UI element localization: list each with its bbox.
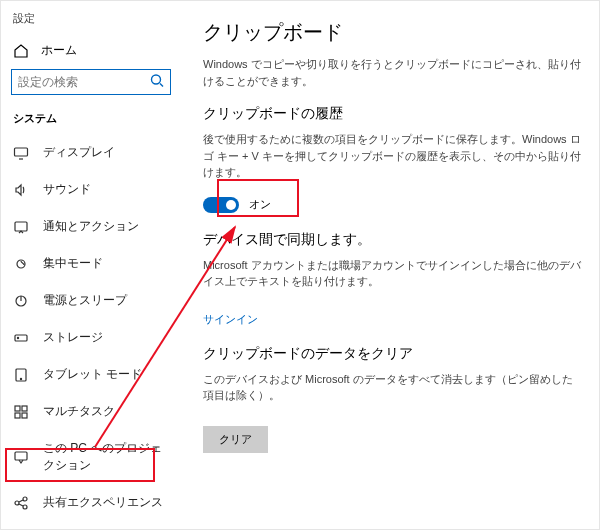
nav-home-label: ホーム [41,42,77,59]
share-icon [13,495,29,511]
history-title: クリップボードの履歴 [203,105,581,123]
notification-icon [13,219,29,235]
svg-rect-1 [15,148,28,156]
svg-rect-13 [15,452,27,460]
svg-rect-10 [22,406,27,411]
nav-home[interactable]: ホーム [1,36,181,65]
sidebar-item-label: 通知とアクション [43,218,139,235]
sidebar-item-label: 電源とスリープ [43,292,127,309]
page-title: クリップボード [203,19,581,46]
history-toggle[interactable] [203,197,239,213]
clear-title: クリップボードのデータをクリア [203,345,581,363]
sidebar-item-label: 共有エクスペリエンス [43,494,163,511]
sync-title: デバイス間で同期します。 [203,231,581,249]
sidebar-item-label: この PC へのプロジェクション [43,440,169,474]
sidebar-item-storage[interactable]: ストレージ [1,319,181,356]
sidebar-item-focus[interactable]: 集中モード [1,245,181,282]
sidebar-item-power[interactable]: 電源とスリープ [1,282,181,319]
search-input[interactable] [11,69,171,95]
sidebar-item-label: サウンド [43,181,91,198]
section-sync: デバイス間で同期します。 Microsoft アカウントまたは職場アカウントでサ… [203,231,581,327]
sign-in-link[interactable]: サインイン [203,312,258,327]
sidebar-item-label: 集中モード [43,255,103,272]
sidebar: 設定 ホーム システム デ [1,1,181,529]
svg-rect-9 [15,406,20,411]
svg-point-15 [23,497,27,501]
page-intro: Windows でコピーや切り取りを行うとクリップボードにコピーされ、貼り付ける… [203,56,581,89]
sidebar-item-tablet[interactable]: タブレット モード [1,356,181,393]
sidebar-item-label: マルチタスク [43,403,115,420]
clear-desc: このデバイスおよび Microsoft のデータをすべて消去します（ピン留めした… [203,371,581,404]
sidebar-item-label: タブレット モード [43,366,142,383]
projection-icon [13,449,29,465]
section-clear: クリップボードのデータをクリア このデバイスおよび Microsoft のデータ… [203,345,581,453]
content-pane: クリップボード Windows でコピーや切り取りを行うとクリップボードにコピー… [181,1,599,529]
svg-point-8 [20,378,21,379]
tablet-icon [13,367,29,383]
app-title: 設定 [1,9,181,36]
sidebar-item-multitask[interactable]: マルチタスク [1,393,181,430]
sidebar-item-projection[interactable]: この PC へのプロジェクション [1,430,181,484]
sidebar-item-display[interactable]: ディスプレイ [1,134,181,171]
svg-point-14 [15,501,19,505]
svg-rect-11 [15,413,20,418]
multitask-icon [13,404,29,420]
svg-rect-5 [15,335,27,341]
svg-rect-2 [15,222,27,231]
sidebar-item-shared[interactable]: 共有エクスペリエンス [1,484,181,521]
focus-icon [13,256,29,272]
sidebar-item-clipboard[interactable]: クリップボード [1,521,181,530]
sync-desc: Microsoft アカウントまたは職場アカウントでサインインした場合に他のデバ… [203,257,581,290]
sidebar-item-sound[interactable]: サウンド [1,171,181,208]
svg-point-16 [23,505,27,509]
svg-rect-12 [22,413,27,418]
svg-point-6 [17,337,18,338]
clear-button[interactable]: クリア [203,426,268,453]
storage-icon [13,330,29,346]
category-title: システム [1,105,181,134]
sidebar-item-label: ストレージ [43,329,103,346]
display-icon [13,145,29,161]
sidebar-item-notifications[interactable]: 通知とアクション [1,208,181,245]
sidebar-item-label: ディスプレイ [43,144,115,161]
sound-icon [13,182,29,198]
section-history: クリップボードの履歴 後で使用するために複数の項目をクリップボードに保存します。… [203,105,581,213]
power-icon [13,293,29,309]
home-icon [13,43,29,59]
history-toggle-label: オン [249,197,271,212]
history-desc: 後で使用するために複数の項目をクリップボードに保存します。Windows ロゴ … [203,131,581,181]
